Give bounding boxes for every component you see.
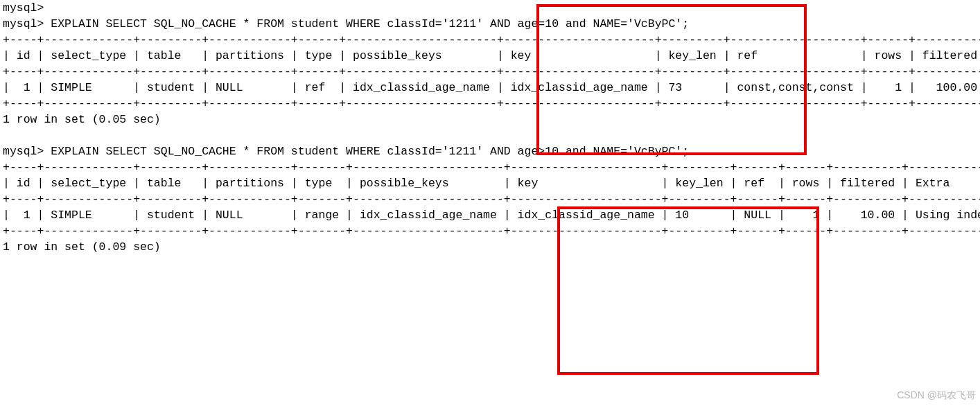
- terminal-output: mysql> mysql> EXPLAIN SELECT SQL_NO_CACH…: [0, 0, 980, 255]
- highlight-box-2: [557, 206, 819, 375]
- watermark: CSDN @码农飞哥: [897, 387, 976, 403]
- highlight-box-1: [536, 4, 807, 155]
